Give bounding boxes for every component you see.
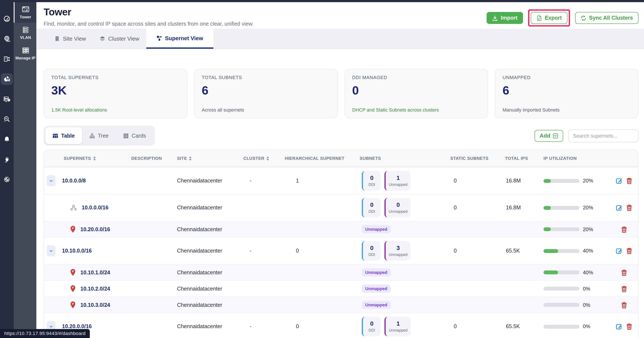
unmapped-label: Unmapped [389,253,408,257]
column-header-site[interactable]: SITE [177,156,243,161]
actions-cell [610,226,638,233]
nav-dashboard[interactable] [1,13,13,25]
subnets-cell: 0DDI1Unmapped [360,317,450,336]
supernet-link[interactable]: 10.10.0.0/16 [62,248,92,254]
ip-utilization-cell: 40% [540,269,610,275]
ddi-subnets-box: 0DDI [362,317,380,336]
actions-cell [610,247,638,254]
site-cell: Chennaidatacenter [177,324,243,330]
vlan-icon [22,26,29,33]
column-header-ip-utilization: IP UTILIZATION [540,156,610,161]
actions-cell [610,204,638,211]
utilization-bar-track [544,227,580,231]
analytics-icon [4,76,10,82]
stat-label: TOTAL SUBNETS [202,75,330,80]
nav-ipam-analytics[interactable] [1,73,13,85]
tab-label: Cluster View [108,35,139,42]
view-toggle-label: Cards [132,133,146,139]
tree-icon [89,133,95,138]
utilization-bar-fill [544,271,558,274]
column-header-total-ips: TOTAL IPS [505,156,540,161]
export-button[interactable]: xExport [531,12,567,24]
stat-value: 0 [352,84,480,97]
tab-supernet-view[interactable]: Supernet View [146,29,214,49]
delete-button[interactable] [621,302,627,308]
ip-utilization-cell: 40% [540,248,610,254]
stat-label: DDI MANAGED [352,75,480,80]
module-sidebar: TowerVLANManage IP [14,2,36,338]
sidebar-item-vlan[interactable]: VLAN [14,23,36,43]
view-tabs: Site ViewCluster ViewSupernet View [36,29,644,49]
view-toggle-label: Table [61,133,74,139]
sort-icon [266,156,269,160]
page-title: Tower [44,6,254,18]
column-header-description: DESCRIPTION [131,156,177,161]
delete-button[interactable] [621,285,627,292]
svg-text:IP: IP [72,270,74,273]
expand-row-button[interactable] [46,245,56,256]
network-node-icon [70,204,77,211]
edit-button[interactable] [616,177,622,184]
view-toggle-cards[interactable]: Cards [116,127,153,144]
supernet-cell: IP10.20.0.0/16 [44,226,131,233]
delete-button[interactable] [626,204,632,211]
unmapped-count: 1 [396,321,400,327]
nav-dns[interactable]: DNS [1,33,13,45]
nav-audit[interactable] [1,113,13,125]
nav-dhcp-workflow[interactable] [1,53,13,65]
supernet-cell: IP10.10.1.0/24 [44,269,131,276]
add-button[interactable]: Add [534,130,563,142]
ddi-label: DDI [368,328,375,333]
edit-button[interactable] [616,247,622,254]
column-header-cluster[interactable]: CLUSTER [243,156,285,161]
expand-row-button[interactable] [46,175,56,186]
supernet-link[interactable]: 10.0.0.0/8 [62,178,86,184]
unmapped-count: 1 [396,175,400,181]
edit-button[interactable] [616,323,622,330]
import-button[interactable]: Import [487,12,523,24]
supernet-link[interactable]: 10.10.3.0/24 [80,302,110,308]
column-header-supernets[interactable]: SUPERNETS [44,156,131,161]
nav-server-health[interactable]: ! [1,93,13,105]
ddi-label: DDI [368,253,375,257]
sidebar-item-tower[interactable]: Tower [14,2,36,23]
delete-button[interactable] [621,226,627,233]
svg-text:IP: IP [72,303,74,305]
site-cell: Chennaidatacenter [177,226,243,232]
utilization-bar-track [544,249,580,253]
view-toggle-tree[interactable]: Tree [82,127,116,144]
search-input[interactable] [568,129,638,142]
ddi-subnets-box: 0DDI [362,241,380,261]
edit-button[interactable] [616,204,622,211]
nav-integrations[interactable] [1,153,13,165]
supernet-link[interactable]: 10.20.0.0/16 [62,324,92,330]
tab-label: Site View [63,35,86,42]
view-toggle-table[interactable]: Table [45,127,82,144]
header-actions: ImportxExportSync All Clusters [487,12,638,29]
delete-button[interactable] [621,269,627,276]
sync-all-clusters-button[interactable]: Sync All Clusters [575,12,638,24]
hierarchical-supernet-cell: 0 [285,248,360,254]
utilization-bar-fill [544,227,551,231]
delete-button[interactable] [626,323,632,330]
column-header-label: HIERARCHICAL SUPERNET [285,156,344,161]
list-toolbar: TableTreeCards Add [44,126,638,146]
tab-cluster-view[interactable]: Cluster View [93,29,146,49]
delete-button[interactable] [626,177,632,184]
sidebar-item-manage-ip[interactable]: Manage IP [14,43,36,64]
nav-rail: DNS! « [0,0,14,338]
supernet-link[interactable]: 10.10.1.0/24 [80,269,110,275]
supernet-link[interactable]: 10.20.0.0/16 [80,226,110,232]
delete-button[interactable] [626,247,632,254]
ip-utilization-cell: 20% [540,178,610,184]
tab-site-view[interactable]: Site View [48,29,93,49]
utilization-bar-track [544,325,580,329]
nav-settings[interactable] [1,173,13,185]
supernet-link[interactable]: 10.0.0.0/16 [82,205,108,211]
dns-globe-icon: DNS [4,35,10,42]
supernet-link[interactable]: 10.10.2.0/24 [80,286,110,292]
nav-notifications[interactable] [1,133,13,145]
chevron-down-icon [49,324,54,329]
stat-caption: DHCP and Static Subnets across clusters [352,107,480,112]
utilization-bar-track [544,287,580,291]
